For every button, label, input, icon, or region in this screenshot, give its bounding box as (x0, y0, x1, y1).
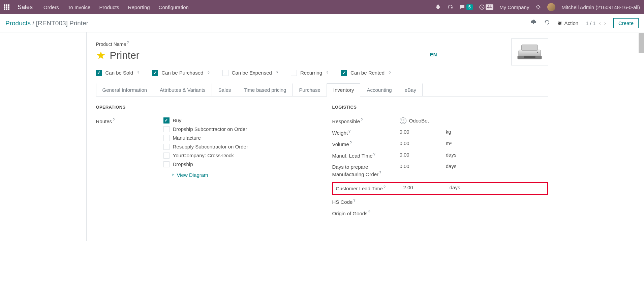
manuf-lead-time-value[interactable]: 0.00 (400, 152, 409, 158)
product-flags-row: Can be Sold? Can be Purchased? Can be Ex… (96, 70, 548, 76)
responsible-value[interactable]: OdooBot (409, 118, 429, 123)
tab-time-based-pricing[interactable]: Time based pricing (237, 83, 293, 96)
pager-next-icon[interactable]: › (604, 20, 606, 26)
pager-value[interactable]: 1 / 1 (586, 20, 595, 26)
tab-sales[interactable]: Sales (212, 83, 238, 96)
bug-icon[interactable] (435, 4, 441, 10)
create-button[interactable]: Create (613, 18, 639, 28)
menu-configuration[interactable]: Configuration (159, 4, 189, 10)
help-icon[interactable]: ? (350, 141, 352, 145)
favorite-star-icon[interactable]: ★ (96, 49, 106, 62)
route-checkbox-buy[interactable] (163, 117, 170, 123)
help-icon[interactable]: ? (113, 118, 115, 122)
checkbox-can-be-purchased[interactable] (152, 70, 158, 76)
undo-icon[interactable] (544, 19, 550, 27)
help-icon[interactable]: ? (368, 210, 370, 214)
checkbox-can-be-sold[interactable] (96, 70, 102, 76)
pager-prev-icon[interactable]: ‹ (599, 20, 601, 26)
debug-icon[interactable] (535, 4, 541, 10)
main-navbar: Sales Orders To Invoice Products Reporti… (0, 0, 644, 14)
menu-orders[interactable]: Orders (43, 4, 59, 10)
help-icon[interactable]: ? (361, 118, 363, 122)
help-icon[interactable]: ? (127, 40, 129, 45)
tab-general-information[interactable]: General Information (96, 83, 154, 96)
help-icon[interactable]: ? (348, 129, 350, 133)
tab-inventory[interactable]: Inventory (327, 83, 361, 97)
action-dropdown[interactable]: Action (557, 20, 578, 26)
highlighted-customer-lead-time: Customer Lead Time? 2.00days (332, 182, 548, 195)
menu-reporting[interactable]: Reporting (128, 4, 150, 10)
odoobot-avatar-icon (400, 117, 406, 124)
product-name-label: Product Name (96, 42, 126, 47)
tab-ebay[interactable]: eBay (398, 83, 423, 96)
form-tabs: General Information Attributes & Variant… (96, 83, 548, 97)
app-brand[interactable]: Sales (18, 4, 33, 11)
language-badge[interactable]: EN (430, 52, 437, 57)
menu-products[interactable]: Products (99, 4, 119, 10)
route-checkbox-dropship-subcontractor[interactable] (163, 126, 170, 132)
messages-badge: 5 (466, 4, 473, 10)
messages-icon[interactable]: 5 (459, 4, 473, 10)
form-sheet: Product Name? ★ Printer EN Can be Sold? … (86, 32, 558, 241)
checkbox-recurring[interactable] (291, 70, 297, 76)
product-title[interactable]: Printer (110, 50, 140, 61)
help-icon[interactable]: ? (389, 71, 391, 75)
cloud-upload-icon[interactable] (530, 19, 536, 27)
checkbox-can-be-expensed[interactable] (222, 70, 228, 76)
help-icon[interactable]: ? (379, 171, 381, 175)
view-diagram-link[interactable]: View Diagram (170, 172, 248, 178)
avatar[interactable] (547, 3, 555, 11)
tab-attributes-variants[interactable]: Attributes & Variants (153, 83, 212, 96)
help-icon[interactable]: ? (353, 198, 355, 202)
help-icon[interactable]: ? (276, 71, 278, 75)
section-logistics: LOGISTICS (332, 105, 548, 112)
user-menu[interactable]: Mitchell Admin (21609148-16-0-all) (561, 4, 640, 10)
help-icon[interactable]: ? (384, 185, 386, 189)
menu-to-invoice[interactable]: To Invoice (68, 4, 91, 10)
activities-badge: 44 (486, 4, 493, 10)
breadcrumb: Products / [RENT003] Printer (5, 20, 88, 27)
help-icon[interactable]: ? (207, 71, 209, 75)
help-icon[interactable]: ? (326, 71, 328, 75)
prep-days-value[interactable]: 0.00 (400, 163, 409, 169)
help-icon[interactable]: ? (137, 71, 139, 75)
scrollbar-thumb[interactable] (639, 33, 644, 53)
section-operations: OPERATIONS (96, 105, 312, 112)
route-checkbox-dropship[interactable] (163, 161, 170, 167)
checkbox-can-be-rented[interactable] (341, 70, 347, 76)
route-checkbox-manufacture[interactable] (163, 135, 170, 141)
breadcrumb-current: [RENT003] Printer (36, 20, 88, 27)
company-selector[interactable]: My Company (499, 4, 529, 10)
tab-accounting[interactable]: Accounting (360, 83, 398, 96)
nav-menu: Orders To Invoice Products Reporting Con… (43, 4, 189, 10)
support-icon[interactable] (447, 4, 453, 10)
volume-value[interactable]: 0.00 (400, 140, 409, 146)
route-checkbox-cross-dock[interactable] (163, 153, 170, 159)
customer-lead-time-value[interactable]: 2.00 (403, 185, 413, 190)
tab-purchase[interactable]: Purchase (293, 83, 327, 96)
weight-value[interactable]: 0.00 (400, 129, 409, 135)
route-checkbox-resupply-subcontractor[interactable] (163, 144, 170, 150)
apps-icon[interactable] (4, 4, 9, 10)
breadcrumb-root[interactable]: Products (5, 20, 31, 27)
control-panel: Products / [RENT003] Printer Action 1 / … (0, 14, 644, 32)
activities-icon[interactable]: 44 (479, 4, 493, 10)
help-icon[interactable]: ? (373, 152, 375, 156)
